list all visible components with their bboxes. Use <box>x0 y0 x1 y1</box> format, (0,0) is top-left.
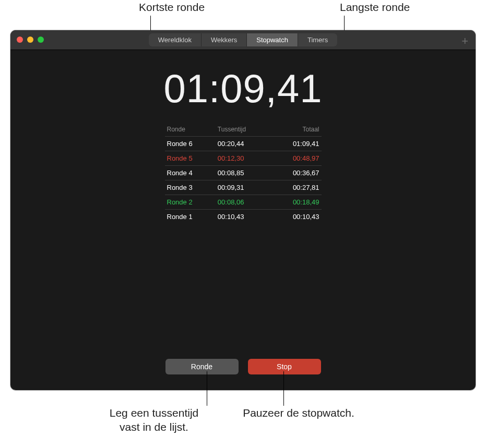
lap-total: 00:36,67 <box>268 169 319 177</box>
leader-line <box>207 371 207 406</box>
minimize-icon[interactable] <box>27 37 33 43</box>
elapsed-time: 01:09,41 <box>10 66 476 111</box>
tab-alarms[interactable]: Wekkers <box>201 33 247 46</box>
stopwatch-main: 01:09,41 Ronde Tussentijd Totaal Ronde 6… <box>10 66 476 224</box>
lap-row: Ronde 400:08,8500:36,67 <box>165 165 322 180</box>
lap-split: 00:08,06 <box>218 198 268 206</box>
lap-name: Ronde 5 <box>167 154 218 162</box>
button-bar: Ronde Stop <box>10 359 476 374</box>
lap-button[interactable]: Ronde <box>165 359 239 374</box>
callout-shortest-lap: Kortste ronde <box>139 1 205 14</box>
fullscreen-icon[interactable] <box>38 37 44 43</box>
lap-split: 00:20,44 <box>218 140 268 148</box>
leader-line <box>283 371 284 406</box>
tab-worldclock[interactable]: Wereldklok <box>149 33 201 46</box>
lap-row: Ronde 100:10,4300:10,43 <box>165 209 322 224</box>
titlebar: Wereldklok Wekkers Stopwatch Timers + <box>10 30 476 50</box>
lap-table-header: Ronde Tussentijd Totaal <box>165 126 322 136</box>
lap-total: 00:27,81 <box>268 184 319 191</box>
lap-name: Ronde 1 <box>167 213 218 221</box>
tab-bar: Wereldklok Wekkers Stopwatch Timers <box>149 33 337 46</box>
lap-row: Ronde 500:12,3000:48,97 <box>165 151 322 165</box>
lap-row: Ronde 200:08,0600:18,49 <box>165 195 322 209</box>
lap-split: 00:08,85 <box>218 169 268 177</box>
lap-row: Ronde 300:09,3100:27,81 <box>165 180 322 195</box>
lap-split: 00:10,43 <box>218 213 268 221</box>
callout-lap-button: Leg een tussentijd vast in de lijst. <box>91 406 217 434</box>
lap-total: 00:10,43 <box>268 213 319 221</box>
lap-row: Ronde 600:20,4401:09,41 <box>165 136 322 151</box>
close-icon[interactable] <box>17 37 23 43</box>
lap-name: Ronde 4 <box>167 169 218 177</box>
lap-total: 00:18,49 <box>268 198 319 206</box>
window-controls <box>17 37 44 43</box>
lap-name: Ronde 3 <box>167 184 218 191</box>
lap-table: Ronde Tussentijd Totaal Ronde 600:20,440… <box>165 126 322 224</box>
clock-app-window: Wereldklok Wekkers Stopwatch Timers + 01… <box>10 30 476 390</box>
col-split: Tussentijd <box>218 126 268 133</box>
lap-split: 00:12,30 <box>218 154 268 162</box>
stop-button[interactable]: Stop <box>248 359 321 374</box>
tab-timers[interactable]: Timers <box>298 33 337 46</box>
lap-total: 00:48,97 <box>268 154 319 162</box>
callout-text: vast in de lijst. <box>120 421 188 433</box>
lap-name: Ronde 6 <box>167 140 218 148</box>
col-total: Totaal <box>268 126 319 133</box>
lap-name: Ronde 2 <box>167 198 218 206</box>
lap-split: 00:09,31 <box>218 184 268 191</box>
callout-text: Pauzeer de stopwatch. <box>243 407 354 419</box>
callout-longest-lap: Langste ronde <box>340 1 410 14</box>
callout-stop-button: Pauzeer de stopwatch. <box>236 406 361 420</box>
add-icon[interactable]: + <box>461 34 468 48</box>
col-lap: Ronde <box>167 126 218 133</box>
callout-text: Leg een tussentijd <box>110 407 198 419</box>
lap-total: 01:09,41 <box>268 140 319 148</box>
tab-stopwatch[interactable]: Stopwatch <box>247 33 298 46</box>
